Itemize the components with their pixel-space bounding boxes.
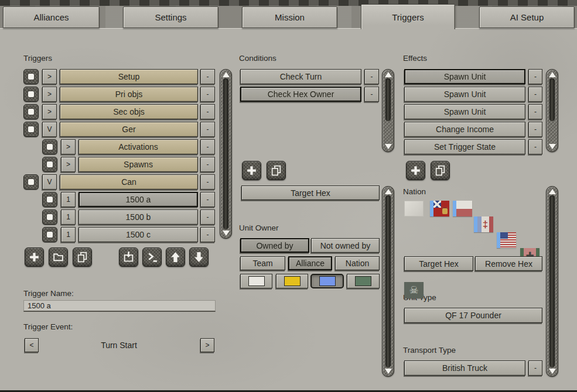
owner-scope-button[interactable]: Alliance bbox=[288, 256, 332, 270]
remove-trigger-button[interactable]: - bbox=[200, 157, 215, 172]
unit-owner-scrollbar[interactable] bbox=[382, 186, 394, 377]
trigger-expand-button[interactable]: > bbox=[42, 104, 57, 119]
trigger-expand-button[interactable]: 1 bbox=[61, 209, 76, 225]
remove-effect-button[interactable]: - bbox=[528, 69, 542, 84]
import-button[interactable] bbox=[119, 247, 138, 267]
owner-scope-button[interactable]: Team bbox=[240, 256, 285, 270]
condition-row-label[interactable]: Check Hex Owner bbox=[240, 87, 361, 102]
remove-condition-button[interactable]: - bbox=[364, 87, 379, 102]
trigger-row-label[interactable]: Sec objs bbox=[60, 104, 198, 119]
remove-trigger-button[interactable]: - bbox=[200, 192, 215, 207]
trigger-enabled-checkbox[interactable] bbox=[23, 87, 39, 102]
tab-triggers[interactable]: Triggers bbox=[361, 4, 455, 29]
trigger-expand-button[interactable]: > bbox=[61, 139, 76, 154]
alliance-color-green-button[interactable] bbox=[347, 274, 380, 288]
tab-settings[interactable]: Settings bbox=[123, 6, 218, 28]
tab-alliances[interactable]: Alliances bbox=[3, 6, 100, 28]
scrollbar-track[interactable] bbox=[223, 78, 228, 229]
scroll-up-arrow-icon[interactable] bbox=[549, 189, 556, 194]
trigger-row-label[interactable]: Activations bbox=[78, 139, 198, 154]
condition-row-label[interactable]: Check Turn bbox=[240, 69, 361, 84]
effect-row-label[interactable]: Change Income bbox=[404, 122, 525, 137]
blank-flag-icon[interactable] bbox=[404, 201, 424, 216]
scroll-down-arrow-icon[interactable] bbox=[385, 144, 392, 149]
remove-effect-button[interactable]: - bbox=[528, 87, 542, 102]
move-up-button[interactable] bbox=[166, 247, 185, 267]
trigger-expand-button[interactable]: > bbox=[42, 69, 57, 84]
trigger-row-label[interactable]: 1500 b bbox=[78, 209, 198, 225]
remove-hex-button[interactable]: Remove Hex bbox=[475, 256, 542, 271]
trigger-expand-button[interactable]: 1 bbox=[61, 227, 76, 242]
trigger-enabled-checkbox[interactable] bbox=[42, 192, 57, 207]
remove-effect-button[interactable]: - bbox=[528, 104, 542, 119]
trigger-expand-button[interactable]: > bbox=[42, 87, 57, 102]
scroll-up-arrow-icon[interactable] bbox=[549, 72, 556, 77]
usa-flag-icon[interactable] bbox=[497, 232, 516, 248]
duplicate-button[interactable] bbox=[73, 247, 92, 267]
remove-trigger-button[interactable]: - bbox=[200, 139, 215, 154]
remove-transport-button[interactable]: - bbox=[528, 360, 542, 376]
scrollbar-track[interactable] bbox=[385, 195, 391, 367]
add-button[interactable] bbox=[25, 247, 44, 267]
trigger-row-label[interactable]: Pri objs bbox=[60, 87, 198, 102]
transport-type-button[interactable]: British Truck bbox=[404, 360, 525, 376]
trigger-name-input[interactable] bbox=[23, 300, 216, 312]
scroll-down-arrow-icon[interactable] bbox=[223, 231, 230, 236]
trigger-enabled-checkbox[interactable] bbox=[23, 122, 39, 137]
effect-detail-scrollbar[interactable] bbox=[546, 186, 558, 377]
trigger-row-label[interactable]: 1500 a bbox=[78, 192, 198, 207]
effect-row-label[interactable]: Spawn Unit bbox=[404, 104, 525, 119]
duplicate-button[interactable] bbox=[267, 161, 286, 180]
trigger-enabled-checkbox[interactable] bbox=[23, 104, 39, 119]
trigger-expand-button[interactable]: > bbox=[61, 157, 76, 172]
trigger-enabled-checkbox[interactable] bbox=[23, 174, 39, 190]
scrollbar-track[interactable] bbox=[549, 195, 555, 367]
remove-trigger-button[interactable]: - bbox=[200, 174, 215, 190]
triggers-scrollbar[interactable] bbox=[220, 69, 232, 239]
remove-trigger-button[interactable]: - bbox=[200, 104, 215, 119]
trigger-enabled-checkbox[interactable] bbox=[42, 209, 57, 225]
scrollbar-track[interactable] bbox=[549, 78, 555, 121]
remove-condition-button[interactable]: - bbox=[364, 69, 379, 84]
trigger-enabled-checkbox[interactable] bbox=[42, 227, 57, 242]
scroll-down-arrow-icon[interactable] bbox=[385, 369, 392, 374]
duplicate-button[interactable] bbox=[431, 161, 450, 180]
remove-trigger-button[interactable]: - bbox=[200, 87, 215, 102]
effect-row-label[interactable]: Set Trigger State bbox=[404, 139, 525, 154]
trigger-row-label[interactable]: Ger bbox=[60, 122, 198, 137]
tab-mission[interactable]: Mission bbox=[242, 6, 337, 28]
scroll-down-arrow-icon[interactable] bbox=[549, 144, 556, 149]
add-button[interactable] bbox=[242, 161, 261, 180]
trigger-row-label[interactable]: Setup bbox=[60, 69, 198, 84]
remove-trigger-button[interactable]: - bbox=[200, 209, 215, 225]
alliance-color-blue-button[interactable] bbox=[310, 274, 344, 288]
trigger-row-label[interactable]: Can bbox=[60, 174, 198, 190]
owned-by-button[interactable]: Owned by bbox=[240, 238, 309, 253]
trigger-expand-button[interactable]: V bbox=[42, 122, 57, 137]
scroll-up-arrow-icon[interactable] bbox=[385, 189, 392, 194]
scroll-up-arrow-icon[interactable] bbox=[223, 72, 230, 77]
scroll-up-arrow-icon[interactable] bbox=[385, 72, 392, 77]
owned-by-button[interactable]: Not owned by bbox=[311, 238, 380, 253]
british-red-ensign-flag-icon[interactable] bbox=[430, 201, 449, 216]
unit-type-button[interactable]: QF 17 Pounder bbox=[404, 308, 542, 323]
remove-trigger-button[interactable]: - bbox=[200, 227, 215, 242]
effects-scrollbar[interactable] bbox=[546, 69, 558, 152]
owner-scope-button[interactable]: Nation bbox=[335, 256, 380, 270]
totenkopf-flag-icon[interactable] bbox=[404, 282, 424, 298]
alliance-color-white-button[interactable] bbox=[240, 274, 272, 288]
remove-trigger-button[interactable]: - bbox=[200, 122, 215, 137]
effect-row-label[interactable]: Spawn Unit bbox=[404, 69, 525, 84]
remove-trigger-button[interactable]: - bbox=[200, 69, 215, 84]
trigger-enabled-checkbox[interactable] bbox=[23, 69, 39, 84]
scrollbar-track[interactable] bbox=[385, 78, 391, 121]
remove-effect-button[interactable]: - bbox=[528, 139, 542, 154]
target-hex-button[interactable]: Target Hex bbox=[404, 256, 473, 271]
alliance-color-yellow-button[interactable] bbox=[276, 274, 308, 288]
trigger-expand-button[interactable]: V bbox=[42, 174, 57, 190]
free-france-flag-icon[interactable] bbox=[474, 216, 493, 232]
indent-button[interactable] bbox=[142, 247, 162, 267]
tab-ai-setup[interactable]: AI Setup bbox=[479, 6, 575, 28]
trigger-enabled-checkbox[interactable] bbox=[42, 157, 57, 172]
conditions-scrollbar[interactable] bbox=[382, 69, 394, 152]
